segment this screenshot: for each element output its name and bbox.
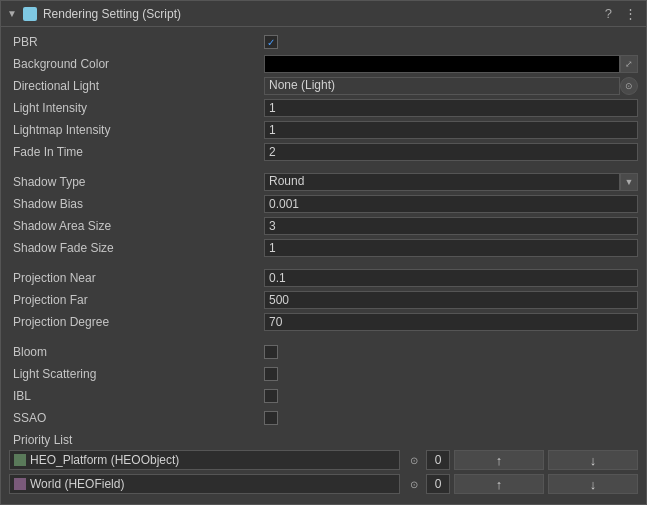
priority-item-0: HEO_Platform (HEOObject) ⊙ 0 ↑ ↓ [9, 449, 638, 471]
directional-light-label: Directional Light [9, 79, 264, 93]
window: ▼ Rendering Setting (Script) ? ⋮ PBR ✓ B… [0, 0, 647, 505]
priority-item-1-count: 0 [426, 474, 450, 494]
ssao-value [264, 411, 638, 425]
ssao-checkbox[interactable] [264, 411, 278, 425]
priority-item-0-circle[interactable]: ⊙ [404, 450, 424, 470]
light-intensity-label: Light Intensity [9, 101, 264, 115]
lightmap-intensity-value [264, 121, 638, 139]
priority-item-0-name: HEO_Platform (HEOObject) [9, 450, 400, 470]
ibl-checkbox[interactable] [264, 389, 278, 403]
bloom-value [264, 345, 638, 359]
ssao-row: SSAO [1, 407, 646, 429]
separator-1 [1, 163, 646, 171]
shadow-type-dropdown-arrow[interactable]: ▼ [620, 173, 638, 191]
directional-light-row: Directional Light None (Light) ⊙ [1, 75, 646, 97]
shadow-fade-size-input[interactable] [264, 239, 638, 257]
fade-in-time-value [264, 143, 638, 161]
light-intensity-row: Light Intensity [1, 97, 646, 119]
projection-far-input[interactable] [264, 291, 638, 309]
shadow-bias-row: Shadow Bias [1, 193, 646, 215]
priority-section: Priority List HEO_Platform (HEOObject) ⊙… [1, 429, 646, 501]
projection-near-value [264, 269, 638, 287]
projection-near-row: Projection Near [1, 267, 646, 289]
pbr-checkbox[interactable]: ✓ [264, 35, 278, 49]
background-color-row: Background Color ⤢ [1, 53, 646, 75]
ibl-label: IBL [9, 389, 264, 403]
light-scattering-checkbox[interactable] [264, 367, 278, 381]
titlebar: ▼ Rendering Setting (Script) ? ⋮ [1, 1, 646, 27]
color-swatch[interactable] [264, 55, 620, 73]
projection-far-value [264, 291, 638, 309]
shadow-area-size-row: Shadow Area Size [1, 215, 646, 237]
projection-far-label: Projection Far [9, 293, 264, 307]
script-icon [23, 7, 37, 21]
shadow-area-size-value [264, 217, 638, 235]
shadow-bias-label: Shadow Bias [9, 197, 264, 211]
shadow-type-value: Round ▼ [264, 173, 638, 191]
priority-item-1: World (HEOField) ⊙ 0 ↑ ↓ [9, 473, 638, 495]
directional-light-value: None (Light) ⊙ [264, 77, 638, 95]
shadow-bias-input[interactable] [264, 195, 638, 213]
help-button[interactable]: ? [602, 5, 615, 22]
window-title: Rendering Setting (Script) [43, 7, 602, 21]
directional-light-input[interactable]: None (Light) [264, 77, 620, 95]
shadow-area-size-label: Shadow Area Size [9, 219, 264, 233]
light-scattering-row: Light Scattering [1, 363, 646, 385]
more-button[interactable]: ⋮ [621, 5, 640, 22]
expand-arrow[interactable]: ▼ [7, 8, 17, 19]
projection-degree-label: Projection Degree [9, 315, 264, 329]
color-expand-button[interactable]: ⤢ [620, 55, 638, 73]
heo-object-icon [14, 454, 26, 466]
lightmap-intensity-row: Lightmap Intensity [1, 119, 646, 141]
projection-near-label: Projection Near [9, 271, 264, 285]
priority-item-1-down-button[interactable]: ↓ [548, 474, 638, 494]
priority-item-0-text: HEO_Platform (HEOObject) [30, 453, 179, 467]
light-intensity-value [264, 99, 638, 117]
projection-degree-row: Projection Degree [1, 311, 646, 333]
shadow-type-label: Shadow Type [9, 175, 264, 189]
directional-light-text: None (Light) [269, 78, 335, 92]
pbr-row: PBR ✓ [1, 31, 646, 53]
shadow-fade-size-value [264, 239, 638, 257]
priority-item-1-name: World (HEOField) [9, 474, 400, 494]
background-color-value: ⤢ [264, 55, 638, 73]
ssao-label: SSAO [9, 411, 264, 425]
light-scattering-label: Light Scattering [9, 367, 264, 381]
bloom-row: Bloom [1, 341, 646, 363]
shadow-fade-size-row: Shadow Fade Size [1, 237, 646, 259]
priority-list-label: Priority List [9, 433, 638, 447]
heo-field-icon [14, 478, 26, 490]
separator-3 [1, 333, 646, 341]
priority-item-0-up-button[interactable]: ↑ [454, 450, 544, 470]
lightmap-intensity-input[interactable] [264, 121, 638, 139]
fade-in-time-row: Fade In Time [1, 141, 646, 163]
projection-degree-value [264, 313, 638, 331]
priority-item-0-count: 0 [426, 450, 450, 470]
projection-far-row: Projection Far [1, 289, 646, 311]
titlebar-actions: ? ⋮ [602, 5, 640, 22]
shadow-type-input[interactable]: Round [264, 173, 620, 191]
shadow-type-row: Shadow Type Round ▼ [1, 171, 646, 193]
ibl-row: IBL [1, 385, 646, 407]
shadow-area-size-input[interactable] [264, 217, 638, 235]
light-intensity-input[interactable] [264, 99, 638, 117]
pbr-label: PBR [9, 35, 264, 49]
content-area: PBR ✓ Background Color ⤢ Directional Lig… [1, 27, 646, 504]
projection-degree-input[interactable] [264, 313, 638, 331]
priority-item-1-up-button[interactable]: ↑ [454, 474, 544, 494]
shadow-type-text: Round [269, 174, 304, 188]
fade-in-time-input[interactable] [264, 143, 638, 161]
ibl-value [264, 389, 638, 403]
fade-in-time-label: Fade In Time [9, 145, 264, 159]
shadow-bias-value [264, 195, 638, 213]
priority-item-0-down-button[interactable]: ↓ [548, 450, 638, 470]
bloom-checkbox[interactable] [264, 345, 278, 359]
priority-item-1-circle[interactable]: ⊙ [404, 474, 424, 494]
directional-light-pick-button[interactable]: ⊙ [620, 77, 638, 95]
pbr-value: ✓ [264, 35, 638, 49]
background-color-label: Background Color [9, 57, 264, 71]
projection-near-input[interactable] [264, 269, 638, 287]
shadow-fade-size-label: Shadow Fade Size [9, 241, 264, 255]
priority-item-1-text: World (HEOField) [30, 477, 124, 491]
light-scattering-value [264, 367, 638, 381]
